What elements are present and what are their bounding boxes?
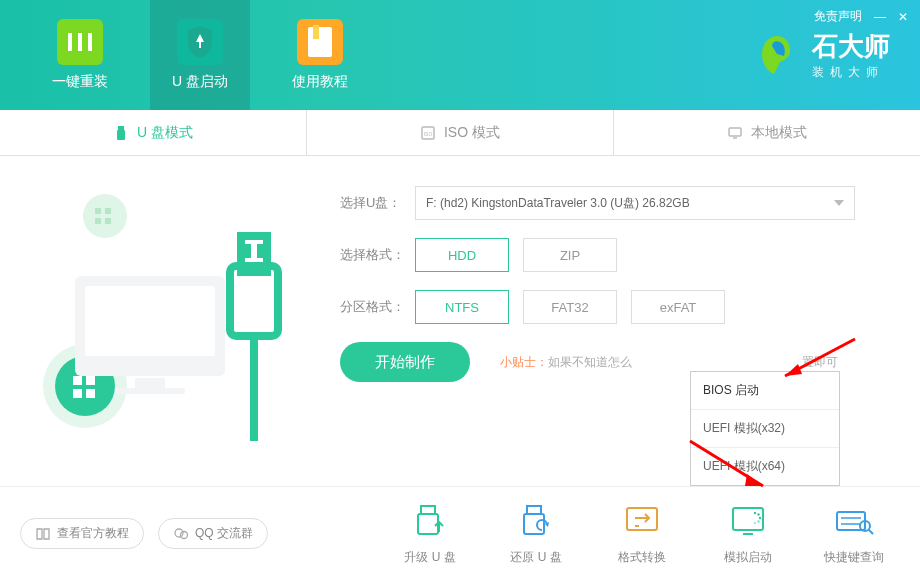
close-button[interactable]: ✕ xyxy=(898,10,908,24)
svg-point-36 xyxy=(757,513,759,515)
chat-icon xyxy=(173,526,189,542)
svg-rect-30 xyxy=(524,514,544,534)
usb-select[interactable]: F: (hd2) KingstonDataTraveler 3.0 (U盘) 2… xyxy=(415,186,855,220)
svg-point-9 xyxy=(83,194,127,238)
boot-mode-popup: BIOS 启动 UEFI 模拟(x32) UEFI 模拟(x64) xyxy=(690,371,840,486)
tool-shortcut[interactable]: 快捷键查询 xyxy=(808,501,900,566)
convert-icon xyxy=(621,502,663,540)
illustration xyxy=(35,176,305,446)
monitor-loading-icon xyxy=(727,502,769,540)
svg-rect-0 xyxy=(68,33,72,51)
mode-local[interactable]: 本地模式 xyxy=(614,110,920,155)
svg-rect-13 xyxy=(85,286,215,356)
keyboard-search-icon xyxy=(833,502,875,540)
brand-subtitle: 装机大师 xyxy=(812,64,890,81)
tip-label: 小贴士： xyxy=(500,355,548,369)
chevron-down-icon xyxy=(834,200,844,206)
svg-rect-18 xyxy=(245,244,251,258)
popup-uefi32[interactable]: UEFI 模拟(x32) xyxy=(691,410,839,448)
selected-usb-value: F: (hd2) KingstonDataTraveler 3.0 (U盘) 2… xyxy=(426,195,690,212)
svg-line-44 xyxy=(869,530,873,534)
shield-usb-icon xyxy=(177,19,223,65)
partition-exfat[interactable]: exFAT xyxy=(631,290,725,324)
popup-uefi64[interactable]: UEFI 模拟(x64) xyxy=(691,448,839,485)
svg-rect-7 xyxy=(729,128,741,136)
iso-icon: ISO xyxy=(420,125,436,141)
header: 一键重装 U 盘启动 使用教程 免责声明 — ✕ 石大师 装机大师 xyxy=(0,0,920,110)
svg-rect-33 xyxy=(733,508,763,530)
format-zip[interactable]: ZIP xyxy=(523,238,617,272)
svg-rect-3 xyxy=(118,126,124,130)
svg-rect-2 xyxy=(88,33,92,51)
usb-up-icon xyxy=(409,502,451,540)
select-usb-label: 选择U盘： xyxy=(340,194,415,212)
svg-point-37 xyxy=(759,517,761,519)
tip-text: 小贴士：如果不知道怎么 xyxy=(500,354,632,371)
nav-label: 一键重装 xyxy=(52,73,108,91)
mode-iso[interactable]: ISO ISO 模式 xyxy=(307,110,614,155)
svg-point-26 xyxy=(181,531,188,538)
official-tutorial-button[interactable]: 查看官方教程 xyxy=(20,518,144,549)
svg-rect-16 xyxy=(230,266,278,336)
brand: 石大师 装机大师 xyxy=(754,29,890,81)
svg-rect-14 xyxy=(135,378,165,388)
svg-text:ISO: ISO xyxy=(424,131,433,137)
qq-group-button[interactable]: QQ 交流群 xyxy=(158,518,268,549)
partition-ntfs[interactable]: NTFS xyxy=(415,290,509,324)
brand-title: 石大师 xyxy=(812,29,890,64)
nav-label: 使用教程 xyxy=(292,73,348,91)
brand-logo-icon xyxy=(754,32,800,78)
nav-reinstall[interactable]: 一键重装 xyxy=(30,0,130,110)
nav-tabs: 一键重装 U 盘启动 使用教程 xyxy=(30,0,370,110)
svg-rect-27 xyxy=(421,506,435,514)
partition-fat32[interactable]: FAT32 xyxy=(523,290,617,324)
book-open-icon xyxy=(35,526,51,542)
svg-point-39 xyxy=(754,522,756,524)
format-label: 选择格式： xyxy=(340,246,415,264)
svg-rect-28 xyxy=(418,514,438,534)
window-controls: 免责声明 — ✕ xyxy=(814,8,908,25)
tip-tail: 置即可 xyxy=(802,354,838,371)
mode-usb[interactable]: U 盘模式 xyxy=(0,110,307,155)
svg-point-38 xyxy=(757,520,759,522)
nav-label: U 盘启动 xyxy=(172,73,228,91)
minimize-button[interactable]: — xyxy=(874,10,886,24)
content: 选择U盘： F: (hd2) KingstonDataTraveler 3.0 … xyxy=(0,156,920,486)
mode-tabs: U 盘模式 ISO ISO 模式 本地模式 xyxy=(0,110,920,156)
svg-rect-29 xyxy=(527,506,541,514)
monitor-icon xyxy=(727,125,743,141)
partition-label: 分区格式： xyxy=(340,298,415,316)
mode-label: 本地模式 xyxy=(751,124,807,142)
usb-icon xyxy=(113,125,129,141)
format-hdd[interactable]: HDD xyxy=(415,238,509,272)
usb-restore-icon xyxy=(515,502,557,540)
bars-icon xyxy=(57,19,103,65)
start-button[interactable]: 开始制作 xyxy=(340,342,470,382)
svg-rect-19 xyxy=(257,244,263,258)
tool-convert[interactable]: 格式转换 xyxy=(596,501,688,566)
tool-upgrade[interactable]: 升级 U 盘 xyxy=(384,501,476,566)
svg-rect-1 xyxy=(78,33,82,51)
form: 选择U盘： F: (hd2) KingstonDataTraveler 3.0 … xyxy=(340,186,880,324)
nav-usb-boot[interactable]: U 盘启动 xyxy=(150,0,250,110)
mode-label: ISO 模式 xyxy=(444,124,500,142)
svg-rect-15 xyxy=(115,388,185,394)
book-icon xyxy=(297,19,343,65)
svg-point-35 xyxy=(754,512,756,514)
svg-rect-4 xyxy=(117,130,125,140)
disclaimer-link[interactable]: 免责声明 xyxy=(814,8,862,25)
mode-label: U 盘模式 xyxy=(137,124,193,142)
tool-restore[interactable]: 还原 U 盘 xyxy=(490,501,582,566)
popup-bios[interactable]: BIOS 启动 xyxy=(691,372,839,410)
tool-simulate[interactable]: 模拟启动 xyxy=(702,501,794,566)
bottom-bar: 查看官方教程 QQ 交流群 升级 U 盘 还原 U 盘 格式转换 模拟启动 快捷… xyxy=(0,486,920,580)
nav-tutorial[interactable]: 使用教程 xyxy=(270,0,370,110)
